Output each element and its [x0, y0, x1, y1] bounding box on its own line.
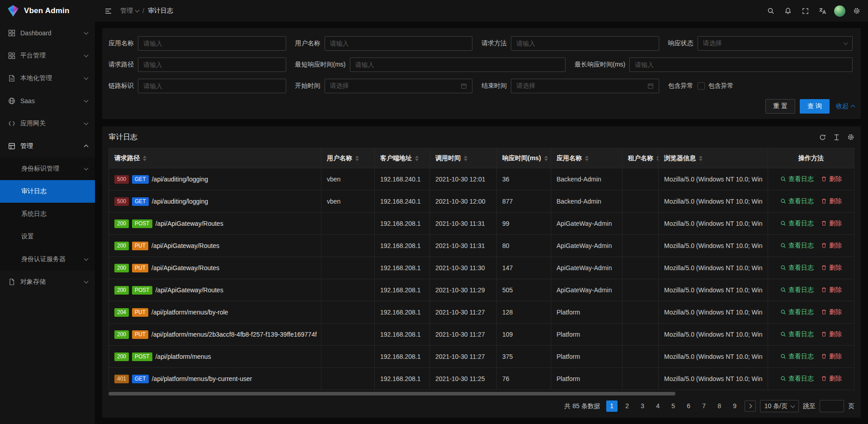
view-log-button[interactable]: 查看日志 [780, 375, 814, 383]
request-path-input[interactable] [138, 57, 286, 72]
browser-info-cell: Mozilla/5.0 (Windows NT 10.0; Win [659, 279, 768, 301]
min-response-time-input[interactable] [350, 57, 566, 72]
delete-button[interactable]: 删除 [821, 286, 842, 294]
reset-button[interactable]: 重 置 [765, 99, 795, 114]
view-log-button[interactable]: 查看日志 [780, 308, 814, 316]
view-log-button[interactable]: 查看日志 [780, 242, 814, 250]
sidebar-item-localization-management[interactable]: 本地化管理 [0, 67, 95, 90]
delete-button[interactable]: 删除 [821, 330, 842, 338]
start-time-picker[interactable]: 请选择 [325, 79, 473, 93]
table-row: 200POST/api/ApiGateway/Routes 192.168.20… [109, 279, 854, 301]
collapse-sidebar-icon[interactable] [99, 0, 117, 22]
collapse-filter-link[interactable]: 收起 [836, 102, 854, 110]
exception-checkbox-label[interactable]: 包含异常 [708, 82, 734, 90]
call-time-cell: 2021-10-30 11:27 [430, 301, 497, 324]
call-time-cell: 2021-10-30 11:30 [430, 257, 497, 279]
method-badge: GET [132, 175, 149, 184]
column-header-user-name[interactable]: 用户名称 [321, 148, 375, 168]
page-button-6[interactable]: 6 [683, 400, 694, 412]
page-button-7[interactable]: 7 [698, 400, 710, 412]
page-button-5[interactable]: 5 [668, 400, 679, 412]
query-button[interactable]: 查 询 [800, 99, 830, 114]
view-log-button[interactable]: 查看日志 [780, 330, 814, 338]
sidebar-item-saas[interactable]: Saas [0, 90, 95, 112]
breadcrumb-parent[interactable]: 管理 [120, 7, 139, 15]
search-icon[interactable] [762, 0, 779, 22]
scrollbar-thumb[interactable] [108, 392, 675, 395]
sidebar-item-settings[interactable]: 设置 [0, 225, 95, 248]
view-log-button[interactable]: 查看日志 [780, 197, 814, 205]
sidebar-item-platform-management[interactable]: 平台管理 [0, 44, 95, 67]
notification-bell-icon[interactable] [779, 0, 797, 22]
column-settings-gear-icon[interactable] [847, 133, 854, 141]
page-button-3[interactable]: 3 [637, 400, 648, 412]
delete-button[interactable]: 删除 [821, 197, 842, 205]
filter-field-response-status: 响应状态 请选择 [668, 36, 855, 51]
page-button-1[interactable]: 1 [606, 400, 618, 412]
app-name-input[interactable] [138, 36, 286, 51]
method-badge: GET [132, 197, 149, 206]
column-header-tenant-name[interactable]: 租户名称 [623, 148, 659, 168]
request-path: /api/platform/menus/by-current-user [152, 375, 252, 382]
view-log-button[interactable]: 查看日志 [780, 286, 814, 294]
filter-field-max-response-time: 最长响应时间(ms) [575, 57, 854, 72]
delete-button[interactable]: 删除 [821, 375, 842, 383]
chevron-down-icon [135, 8, 140, 13]
request-method-input[interactable] [511, 36, 659, 51]
sidebar-item-system-log[interactable]: 系统日志 [0, 203, 95, 225]
page-button-4[interactable]: 4 [652, 400, 664, 412]
translate-icon[interactable] [814, 0, 831, 22]
delete-button[interactable]: 删除 [821, 308, 842, 316]
page-button-2[interactable]: 2 [622, 400, 633, 412]
sidebar-item-identity-management[interactable]: 身份标识管理 [0, 157, 95, 180]
sidebar-item-dashboard[interactable]: Dashboard [0, 22, 95, 44]
column-header-request-path[interactable]: 请求路径 [109, 148, 321, 168]
sidebar-item-object-storage[interactable]: 对象存储 [0, 271, 95, 293]
column-header-client-ip[interactable]: 客户端地址 [375, 148, 430, 168]
delete-button[interactable]: 删除 [821, 353, 842, 361]
row-height-icon[interactable] [833, 134, 840, 141]
sidebar-item-app-gateway[interactable]: 应用网关 [0, 112, 95, 135]
sidebar-item-identity-server[interactable]: 身份认证服务器 [0, 248, 95, 271]
column-header-browser-info[interactable]: 浏览器信息 [659, 148, 768, 168]
client-ip-cell: 192.168.240.1 [375, 168, 430, 191]
user-name-input[interactable] [325, 36, 473, 51]
page-size-select[interactable]: 10 条/页 [760, 400, 799, 412]
logo[interactable]: Vben Admin [0, 0, 95, 22]
exception-checkbox[interactable] [698, 82, 705, 90]
view-log-button[interactable]: 查看日志 [780, 353, 814, 361]
browser-info-cell: Mozilla/5.0 (Windows NT 10.0; Win [659, 301, 768, 324]
user-avatar[interactable] [831, 0, 848, 22]
client-ip-cell: 192.168.208.1 [375, 257, 430, 279]
fullscreen-icon[interactable] [797, 0, 814, 22]
column-label: 响应时间(ms) [502, 154, 541, 162]
max-response-time-input[interactable] [629, 57, 853, 72]
response-status-select[interactable]: 请选择 [698, 36, 853, 51]
column-header-call-time[interactable]: 调用时间 [430, 148, 497, 168]
trace-id-input[interactable] [138, 79, 286, 93]
view-log-button[interactable]: 查看日志 [780, 264, 814, 272]
tenant-name-cell [623, 301, 659, 324]
view-log-label: 查看日志 [788, 308, 814, 316]
settings-gear-icon[interactable] [848, 0, 865, 22]
user-name-cell [321, 368, 375, 390]
column-header-app-name[interactable]: 应用名称 [551, 148, 623, 168]
sidebar-item-label: 本地化管理 [20, 74, 80, 82]
delete-button[interactable]: 删除 [821, 219, 842, 228]
logo-icon [6, 4, 20, 18]
delete-button[interactable]: 删除 [821, 242, 842, 250]
delete-button[interactable]: 删除 [821, 175, 842, 183]
delete-button[interactable]: 删除 [821, 264, 842, 272]
end-time-picker[interactable]: 请选择 [511, 79, 659, 93]
next-page-button[interactable] [745, 400, 756, 412]
refresh-icon[interactable] [819, 134, 826, 141]
sidebar-item-audit-log[interactable]: 审计日志 [0, 180, 95, 203]
column-header-response-time[interactable]: 响应时间(ms) [497, 148, 551, 168]
sidebar-item-management[interactable]: 管理 [0, 135, 95, 157]
page-button-9[interactable]: 9 [729, 400, 741, 412]
page-button-8[interactable]: 8 [714, 400, 725, 412]
jump-page-input[interactable] [820, 400, 844, 412]
view-log-button[interactable]: 查看日志 [780, 175, 814, 183]
browser-info-cell: Mozilla/5.0 (Windows NT 10.0; Win [659, 168, 768, 191]
view-log-button[interactable]: 查看日志 [780, 219, 814, 228]
